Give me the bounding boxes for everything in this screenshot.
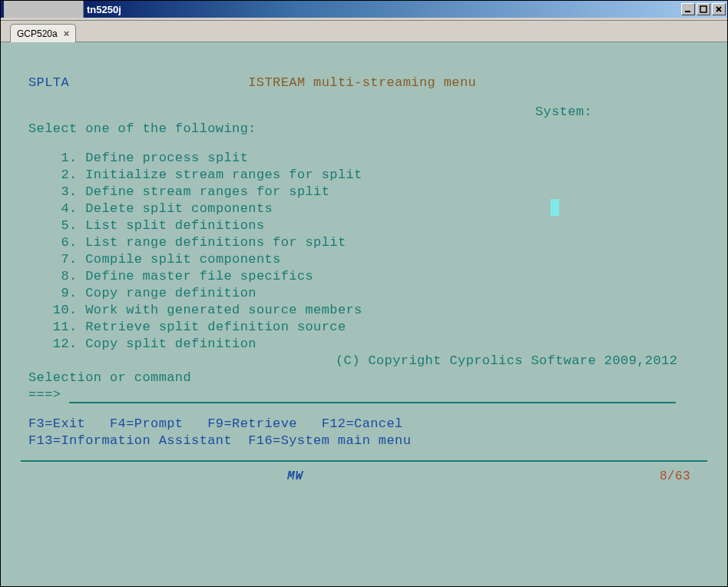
- menu-item: 5. List split definitions: [7, 217, 721, 234]
- titlebar: tn5250j: [1, 1, 727, 18]
- status-bar: MW 8/63: [7, 465, 721, 488]
- system-label: System:: [535, 104, 592, 121]
- tab-close-icon[interactable]: ×: [64, 28, 70, 39]
- minimize-icon: [684, 5, 692, 13]
- status-mode: MW: [287, 468, 303, 485]
- window-title: tn5250j: [87, 4, 681, 15]
- minimize-button[interactable]: [681, 3, 695, 15]
- system-row: System:: [7, 104, 721, 121]
- titlebar-icon-area: [4, 1, 84, 18]
- menu-item: 7. Compile split components: [7, 251, 721, 268]
- menu-item: 11. Retrieve split definition source: [7, 319, 721, 336]
- terminal-screen[interactable]: SPLTA ISTREAM multi-streaming menu Syste…: [7, 50, 721, 580]
- separator-line: [21, 460, 707, 462]
- menu-item: 6. List range definitions for split: [7, 234, 721, 251]
- menu-item: 9. Copy range definition: [7, 285, 721, 302]
- app-window: tn5250j GCP520a × SPLTA ISTREAM mu: [0, 0, 728, 587]
- menu-item: 12. Copy split definition: [7, 336, 721, 353]
- maximize-button[interactable]: [697, 3, 710, 15]
- tab-label: GCP520a: [17, 28, 58, 39]
- selection-label: Selection or command: [7, 370, 721, 386]
- command-line[interactable]: ===>: [7, 386, 721, 403]
- menu-item: 2. Initialize stream ranges for split: [7, 167, 721, 184]
- text-cursor: [551, 199, 559, 216]
- fkeys-line1: F3=Exit F4=Prompt F9=Retrieve F12=Cancel: [7, 416, 721, 433]
- menu-item: 10. Work with generated source members: [7, 302, 721, 319]
- fkeys-line2: F13=Information Assistant F16=System mai…: [7, 433, 721, 449]
- header-row: SPLTA ISTREAM multi-streaming menu: [7, 75, 721, 91]
- menu-item: 4. Delete split components: [7, 201, 721, 217]
- close-button[interactable]: [712, 3, 726, 15]
- select-prompt: Select one of the following:: [7, 121, 721, 138]
- close-icon: [715, 5, 723, 13]
- page-title: ISTREAM multi-streaming menu: [248, 75, 476, 90]
- tab-session[interactable]: GCP520a ×: [10, 24, 76, 42]
- copyright-text: (C) Copyright Cyprolics Software 2009,20…: [336, 353, 677, 370]
- window-controls: [681, 3, 726, 15]
- menu-item: 3. Define stream ranges for split: [7, 184, 721, 201]
- svg-rect-1: [700, 6, 706, 12]
- program-name: SPLTA: [28, 75, 69, 90]
- menu-list: 1. Define process split 2. Initialize st…: [7, 150, 721, 353]
- menu-item: 1. Define process split: [7, 150, 721, 167]
- copyright-row: (C) Copyright Cyprolics Software 2009,20…: [7, 353, 721, 370]
- command-input[interactable]: [69, 390, 676, 403]
- maximize-icon: [700, 5, 707, 13]
- svg-rect-0: [685, 11, 690, 12]
- menu-item: 8. Define master file specifics: [7, 268, 721, 285]
- terminal-area: SPLTA ISTREAM multi-streaming menu Syste…: [1, 42, 727, 586]
- tab-strip: GCP520a ×: [1, 21, 727, 42]
- status-position: 8/63: [660, 468, 690, 485]
